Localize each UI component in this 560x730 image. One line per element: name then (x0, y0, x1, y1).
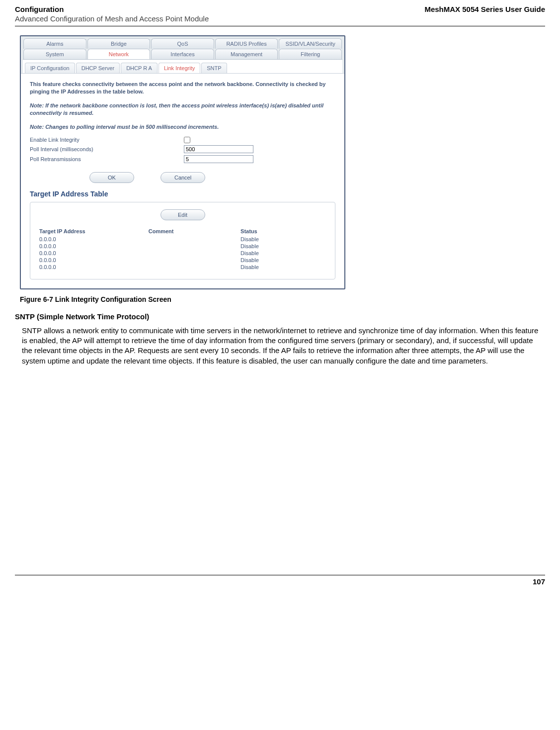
table-header-comment: Comment (149, 228, 240, 235)
primary-tab-row-1: Alarms Bridge QoS RADIUS Profiles SSID/V… (23, 38, 342, 49)
subtab-dhcp-ra[interactable]: DHCP R A (121, 63, 158, 73)
page-number: 107 (15, 577, 545, 586)
tab-ssid-vlan-security[interactable]: SSID/VLAN/Security (279, 38, 342, 49)
figure-caption: Figure 6-7 Link Integrity Configuration … (20, 295, 545, 303)
cell-comment (149, 243, 240, 249)
target-ip-table-title: Target IP Address Table (30, 190, 335, 198)
tab-radius-profiles[interactable]: RADIUS Profiles (215, 38, 278, 49)
subtab-link-integrity[interactable]: Link Integrity (159, 63, 200, 73)
poll-retransmissions-input[interactable] (184, 155, 253, 163)
table-row: 0.0.0.0 Disable (39, 250, 326, 256)
poll-interval-input[interactable] (184, 145, 253, 153)
enable-link-integrity-label: Enable Link Integrity (30, 137, 184, 143)
cell-status: Disable (240, 250, 326, 256)
cell-ip: 0.0.0.0 (39, 257, 148, 263)
table-header-ip: Target IP Address (39, 228, 148, 235)
tab-bridge[interactable]: Bridge (87, 38, 151, 49)
header-section: Configuration (15, 5, 64, 13)
target-ip-table: Target IP Address Comment Status 0.0.0.0… (38, 227, 327, 271)
edit-button[interactable]: Edit (160, 209, 205, 220)
config-screenshot: Alarms Bridge QoS RADIUS Profiles SSID/V… (20, 35, 345, 289)
cell-status: Disable (240, 243, 326, 249)
cell-ip: 0.0.0.0 (39, 243, 148, 249)
sntp-heading: SNTP (Simple Network Time Protocol) (15, 312, 545, 321)
target-ip-table-box: Edit Target IP Address Comment Status 0.… (30, 202, 335, 279)
footer-divider (15, 575, 545, 575)
cell-comment (149, 236, 240, 242)
cell-status: Disable (240, 257, 326, 263)
tab-system[interactable]: System (23, 49, 86, 59)
table-row: 0.0.0.0 Disable (39, 243, 326, 249)
cell-ip: 0.0.0.0 (39, 264, 148, 270)
table-row: 0.0.0.0 Disable (39, 264, 326, 270)
enable-link-integrity-checkbox[interactable] (184, 137, 190, 143)
subtab-sntp[interactable]: SNTP (201, 63, 227, 73)
primary-tab-row-2: System Network Interfaces Management Fil… (23, 49, 342, 59)
cell-comment (149, 250, 240, 256)
table-row: 0.0.0.0 Disable (39, 257, 326, 263)
tab-management[interactable]: Management (215, 49, 278, 59)
ok-button[interactable]: OK (89, 172, 134, 183)
cancel-button[interactable]: Cancel (160, 172, 205, 183)
cell-ip: 0.0.0.0 (39, 236, 148, 242)
table-row: 0.0.0.0 Disable (39, 236, 326, 242)
tab-alarms[interactable]: Alarms (23, 38, 86, 49)
divider (15, 26, 545, 26)
tab-interfaces[interactable]: Interfaces (151, 49, 214, 59)
cell-comment (149, 264, 240, 270)
link-integrity-panel: This feature checks connectivity between… (21, 73, 344, 288)
cell-status: Disable (240, 264, 326, 270)
tab-qos[interactable]: QoS (151, 38, 214, 49)
tab-filtering[interactable]: Filtering (279, 49, 342, 59)
panel-description: This feature checks connectivity between… (30, 81, 335, 96)
panel-note-2: Note: Changes to polling interval must b… (30, 123, 335, 131)
panel-note-1: Note: If the network backbone connection… (30, 102, 335, 117)
sntp-paragraph: SNTP allows a network entity to communic… (22, 326, 540, 366)
sub-tab-row: IP Configuration DHCP Server DHCP R A Li… (23, 59, 342, 73)
cell-comment (149, 257, 240, 263)
cell-ip: 0.0.0.0 (39, 250, 148, 256)
cell-status: Disable (240, 236, 326, 242)
subtab-ip-configuration[interactable]: IP Configuration (25, 63, 75, 73)
poll-retransmissions-label: Poll Retransmissions (30, 156, 184, 162)
header-guide-title: MeshMAX 5054 Series User Guide (424, 5, 545, 13)
poll-interval-label: Poll Interval (milliseconds) (30, 146, 184, 152)
table-header-status: Status (240, 228, 326, 235)
header-subtitle: Advanced Configuration of Mesh and Acces… (15, 14, 545, 23)
tab-network[interactable]: Network (87, 49, 151, 59)
subtab-dhcp-server[interactable]: DHCP Server (76, 63, 120, 73)
